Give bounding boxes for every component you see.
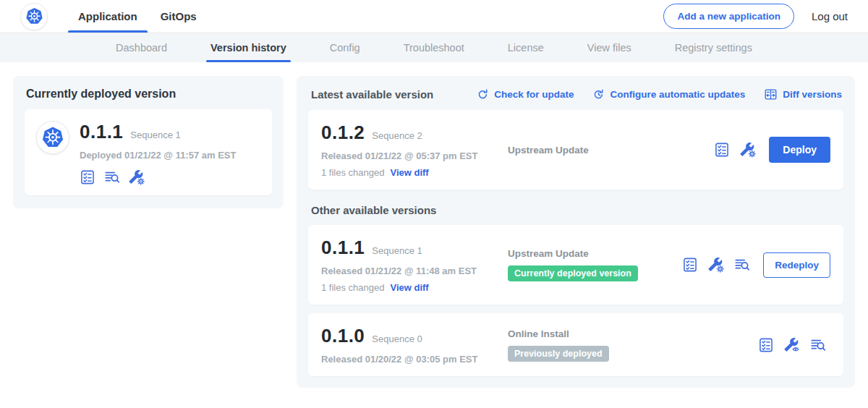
version-number: 0.1.0 [321, 325, 365, 347]
deployed-timestamp: Deployed 01/21/22 @ 11:57 am EST [80, 150, 236, 161]
versions-panel: Latest available version Check for updat… [297, 76, 855, 388]
version-number: 0.1.1 [321, 237, 365, 259]
files-changed: 1 files changed [321, 282, 384, 293]
main-content: Currently deployed version 0.1.1 Sequenc… [0, 62, 868, 388]
view-diff-link[interactable]: View diff [390, 282, 428, 293]
version-source: Online Install [508, 328, 758, 339]
check-for-update-label: Check for update [494, 89, 574, 100]
view-config-icon[interactable] [784, 337, 800, 353]
view-deploy-logs-icon[interactable] [104, 169, 120, 185]
version-source: Upstream Update [508, 248, 682, 259]
previously-deployed-badge: Previously deployed [508, 346, 609, 362]
files-changed: 1 files changed [321, 167, 384, 178]
diff-icon [764, 88, 778, 101]
subnav-view-files[interactable]: View files [586, 33, 633, 62]
edit-config-icon[interactable] [708, 257, 724, 273]
subnav-version-history[interactable]: Version history [209, 33, 288, 62]
version-released: Released 01/20/22 @ 03:05 pm EST [321, 354, 508, 365]
subnav-troubleshoot[interactable]: Troubleshoot [402, 33, 466, 62]
app-subnav: Dashboard Version history Config Trouble… [0, 33, 868, 62]
diff-versions-label: Diff versions [783, 89, 842, 100]
edit-config-icon[interactable] [740, 142, 756, 158]
kubernetes-logo-icon[interactable] [20, 3, 48, 30]
view-diff-link[interactable]: View diff [390, 167, 428, 178]
configure-automatic-updates-label: Configure automatic updates [610, 89, 745, 100]
preflight-checks-icon[interactable] [758, 337, 774, 353]
version-card-0-1-0: 0.1.0 Sequence 0 Released 01/20/22 @ 03:… [308, 313, 843, 376]
preflight-checks-icon[interactable] [714, 142, 730, 158]
tab-application-label: Application [78, 10, 137, 22]
configure-automatic-updates-link[interactable]: Configure automatic updates [592, 88, 745, 101]
view-deploy-logs-icon[interactable] [810, 337, 826, 353]
preflight-checks-icon[interactable] [80, 169, 95, 185]
currently-deployed-card: 0.1.1 Sequence 1 Deployed 01/21/22 @ 11:… [25, 109, 272, 195]
topbar-right: Add a new application Log out [663, 0, 848, 33]
diff-versions-link[interactable]: Diff versions [764, 88, 842, 101]
refresh-icon [477, 88, 489, 101]
tab-application[interactable]: Application [67, 0, 149, 33]
check-for-update-link[interactable]: Check for update [477, 88, 574, 101]
version-sequence: Sequence 2 [372, 130, 422, 141]
version-released: Released 01/21/22 @ 05:37 pm EST [321, 150, 508, 161]
currently-deployed-badge: Currently deployed version [508, 265, 638, 281]
tab-gitops-label: GitOps [161, 10, 197, 22]
version-card-0-1-1: 0.1.1 Sequence 1 Released 01/21/22 @ 11:… [308, 225, 843, 305]
subnav-config[interactable]: Config [328, 33, 362, 62]
subnav-dashboard[interactable]: Dashboard [114, 33, 169, 62]
edit-config-icon[interactable] [129, 169, 145, 185]
deployed-version-number: 0.1.1 [80, 121, 123, 143]
version-number: 0.1.2 [321, 122, 365, 144]
version-card-0-1-2: 0.1.2 Sequence 2 Released 01/21/22 @ 05:… [308, 110, 843, 190]
logout-link[interactable]: Log out [812, 10, 848, 22]
subnav-license[interactable]: License [506, 33, 545, 62]
deploy-button[interactable]: Deploy [769, 137, 830, 163]
topbar: Application GitOps Add a new application… [0, 0, 868, 33]
add-application-button[interactable]: Add a new application [663, 4, 794, 29]
tab-gitops[interactable]: GitOps [149, 0, 208, 33]
subnav-registry-settings[interactable]: Registry settings [673, 33, 754, 62]
version-source: Upstream Update [508, 145, 714, 156]
version-released: Released 01/21/22 @ 11:48 am EST [321, 265, 508, 276]
currently-deployed-panel: Currently deployed version 0.1.1 Sequenc… [13, 76, 284, 208]
view-deploy-logs-icon[interactable] [734, 257, 750, 273]
latest-version-title: Latest available version [311, 88, 433, 101]
preflight-checks-icon[interactable] [682, 257, 698, 273]
app-icon [36, 121, 69, 154]
currently-deployed-title: Currently deployed version [25, 86, 272, 101]
top-tabs: Application GitOps [67, 0, 208, 33]
other-versions-title: Other available versions [311, 204, 843, 216]
version-sequence: Sequence 1 [372, 245, 422, 256]
schedule-update-icon [592, 88, 605, 101]
deployed-sequence: Sequence 1 [130, 129, 180, 140]
redeploy-button[interactable]: Redeploy [763, 252, 830, 278]
version-sequence: Sequence 0 [372, 333, 422, 344]
